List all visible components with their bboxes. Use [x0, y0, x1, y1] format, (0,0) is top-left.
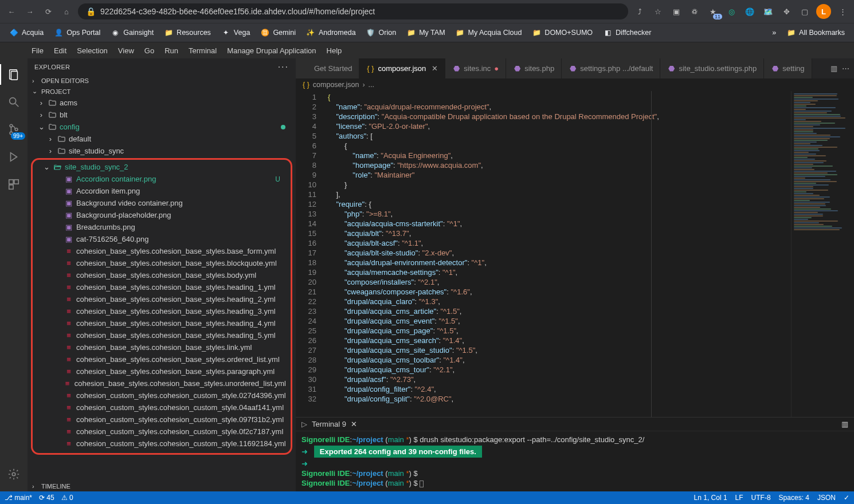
file-row[interactable]: ≡cohesion_base_styles.cohesion_base_styl… [33, 317, 291, 329]
back-button[interactable]: ← [5, 5, 18, 18]
menu-item[interactable]: Selection [77, 46, 107, 55]
forward-button[interactable]: → [23, 5, 37, 18]
menu-item[interactable]: File [32, 46, 44, 55]
code-content[interactable]: { "name": "acquia/drupal-recommended-pro… [324, 91, 791, 417]
sync-indicator[interactable]: ⟳ 45 [39, 494, 54, 502]
menu-item[interactable]: Run [164, 46, 178, 55]
editor-tab[interactable]: Get Started [296, 58, 359, 78]
terminal-split-icon[interactable]: ▥ [841, 420, 848, 428]
open-editors-section[interactable]: ›OPEN EDITORS [28, 76, 296, 86]
bookmarks-more[interactable]: » [769, 27, 779, 38]
address-bar[interactable]: 🔒 922d6254-c3e9-482b-b6ee-466ef0ee1f56.i… [78, 3, 628, 19]
settings-activity[interactable] [0, 462, 28, 487]
file-row[interactable]: ▣Accordion item.png [33, 185, 291, 197]
panel-icon[interactable]: ▢ [798, 5, 812, 18]
file-row[interactable]: ≡cohesion_base_styles.cohesion_base_styl… [33, 269, 291, 281]
editor-tab[interactable]: ⬣sites.inc● [445, 58, 506, 78]
file-row[interactable]: ▣cat-7516256_640.png [33, 233, 291, 245]
file-row[interactable]: ≡cohesion_base_styles.cohesion_base_styl… [33, 281, 291, 293]
camera-icon[interactable]: ▣ [669, 5, 683, 18]
file-row[interactable]: ≡cohesion_base_styles.cohesion_base_styl… [33, 365, 291, 377]
grammarly-icon[interactable]: ◎ [724, 5, 738, 18]
bookmark-item[interactable]: 🛡️Orion [363, 26, 400, 39]
bookmark-item[interactable]: 📁My Acquia Cloud [452, 26, 526, 39]
bookmark-item[interactable]: ✨Andromeda [303, 26, 359, 39]
file-row[interactable]: ≡cohesion_custom_styles.cohesion_custom_… [33, 426, 291, 438]
search-activity[interactable] [0, 89, 28, 115]
branch-indicator[interactable]: ⎇ main* [5, 494, 32, 502]
run-activity[interactable] [0, 144, 28, 170]
bookmark-item[interactable]: 📁Resources [160, 26, 214, 39]
extensions-icon[interactable]: ★11 [706, 5, 720, 18]
menu-item[interactable]: View [118, 46, 134, 55]
editor-tab[interactable]: ⬣sites.php [506, 58, 562, 78]
folder-row[interactable]: ⌄site_studio_sync_2 [33, 161, 291, 173]
problems-icon[interactable]: ▷ [301, 420, 307, 428]
editor-tab[interactable]: ⬣setting [764, 58, 812, 78]
code-editor[interactable]: 1234567891011121314151617181920212223242… [296, 91, 854, 417]
source-control-activity[interactable]: 99+ [0, 117, 28, 142]
close-icon[interactable]: ✕ [432, 64, 438, 73]
file-row[interactable]: ≡cohesion_base_styles.cohesion_base_styl… [33, 305, 291, 317]
file-row[interactable]: ≡cohesion_base_styles.cohesion_base_styl… [33, 293, 291, 305]
bookmark-item[interactable]: 📁My TAM [403, 26, 448, 39]
reload-button[interactable]: ⟳ [41, 5, 55, 18]
file-row[interactable]: ▣Background video container.png [33, 197, 291, 209]
file-row[interactable]: ≡cohesion_custom_styles.cohesion_custom_… [33, 389, 291, 401]
bookmark-item[interactable]: ◧Diffchecker [600, 26, 655, 39]
editor-tab[interactable]: ⬣settings.php .../default [562, 58, 660, 78]
terminal-close-icon[interactable]: ✕ [351, 420, 357, 428]
editor-tab[interactable]: ⬣site_studio.settings.php [660, 58, 764, 78]
profile-avatar[interactable]: L [816, 4, 831, 19]
folder-row[interactable]: ›default [28, 133, 296, 145]
star-icon[interactable]: ☆ [651, 5, 665, 18]
folder-row[interactable]: ›acms [28, 97, 296, 109]
minimap[interactable] [791, 91, 854, 417]
explorer-more-icon[interactable]: ··· [278, 62, 289, 72]
file-row[interactable]: ≡cohesion_base_styles.cohesion_base_styl… [33, 245, 291, 257]
file-row[interactable]: ≡cohesion_base_styles.cohesion_base_styl… [33, 377, 291, 389]
file-row[interactable]: ▣Breadcrumbs.png [33, 221, 291, 233]
bookmark-item[interactable]: ♊Gemini [257, 26, 299, 39]
explorer-activity[interactable] [0, 62, 28, 87]
file-row[interactable]: ≡cohesion_custom_styles.cohesion_custom_… [33, 438, 291, 450]
breadcrumb[interactable]: { } composer.json › ... [296, 78, 854, 91]
bookmark-item[interactable]: ◉Gainsight [107, 26, 157, 39]
status-item[interactable]: ✓ [844, 494, 849, 502]
recycle-icon[interactable]: ♽ [688, 5, 702, 18]
file-row[interactable]: ▣Background-placeholder.png [33, 209, 291, 221]
terminal-title[interactable]: Terminal 9 [312, 420, 346, 428]
folder-row[interactable]: ⌄config [28, 121, 296, 133]
editor-tab[interactable]: { }composer.json✕ [359, 58, 445, 78]
share-icon[interactable]: ⤴ [633, 5, 647, 18]
file-row[interactable]: ≡cohesion_custom_styles.cohesion_custom_… [33, 401, 291, 414]
menu-item[interactable]: Terminal [189, 46, 217, 55]
terminal-body[interactable]: Signorelli IDE:~/project (main *) $ drus… [296, 431, 854, 491]
more-icon[interactable]: ⋯ [842, 64, 849, 73]
maps-icon[interactable]: 🗺️ [761, 5, 775, 18]
menu-item[interactable]: Go [144, 46, 154, 55]
file-row[interactable]: ≡cohesion_base_styles.cohesion_base_styl… [33, 341, 291, 353]
home-button[interactable]: ⌂ [60, 5, 73, 18]
menu-item[interactable]: Help [327, 46, 342, 55]
menu-item[interactable]: Manage Drupal Application [227, 46, 316, 55]
warn-indicator[interactable]: ⚠ 0 [61, 494, 73, 502]
menu-icon[interactable]: ⋮ [836, 5, 849, 18]
timeline-section[interactable]: ›TIMELINE [28, 481, 296, 491]
puzzle-icon[interactable]: ✥ [779, 5, 793, 18]
bookmark-item[interactable]: 📁DOMO+SUMO [528, 26, 596, 39]
file-row[interactable]: ≡cohesion_base_styles.cohesion_base_styl… [33, 257, 291, 269]
all-bookmarks[interactable]: 📁All Bookmarks [783, 26, 848, 39]
extensions-activity[interactable] [0, 172, 28, 197]
file-row[interactable]: ≡cohesion_base_styles.cohesion_base_styl… [33, 353, 291, 365]
file-row[interactable]: ≡cohesion_custom_styles.cohesion_custom_… [33, 414, 291, 426]
status-item[interactable]: Spaces: 4 [779, 494, 809, 502]
bookmark-item[interactable]: 👤Ops Portal [50, 26, 104, 39]
status-item[interactable]: UTF-8 [751, 494, 771, 502]
folder-row[interactable]: ›blt [28, 109, 296, 121]
status-item[interactable]: Ln 1, Col 1 [694, 494, 727, 502]
menu-item[interactable]: Edit [54, 46, 66, 55]
split-icon[interactable]: ▥ [831, 64, 837, 73]
file-row[interactable]: ▣Accordion container.pngU [33, 173, 291, 185]
bookmark-item[interactable]: ✦Vega [218, 26, 254, 39]
